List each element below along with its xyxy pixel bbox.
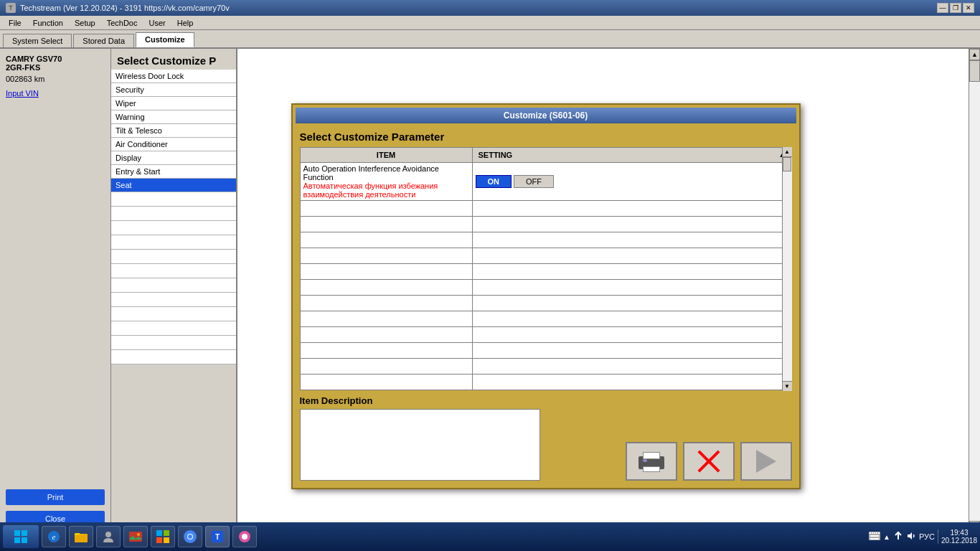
- svg-rect-13: [164, 537, 169, 543]
- up-arrow-icon: ▲: [883, 533, 890, 541]
- scroll-up-button[interactable]: ▲: [783, 147, 792, 157]
- tab-system-select[interactable]: System Select: [3, 34, 72, 47]
- title-bar: T Techstream (Ver 12.20.024) - 3191 http…: [0, 0, 980, 16]
- taskbar-ie[interactable]: e: [42, 526, 66, 547]
- svg-point-16: [188, 534, 192, 539]
- list-item-wireless-door-lock[interactable]: Wireless Door Lock: [111, 70, 236, 83]
- list-panel-title: Select Customize P: [111, 49, 236, 70]
- empty-param-row-8: [300, 311, 791, 327]
- svg-point-20: [242, 534, 248, 540]
- taskbar-photos[interactable]: [123, 526, 148, 547]
- input-vin-link[interactable]: Input VIN: [6, 89, 105, 98]
- param-item-name: Auto Operation Interference Avoidance Fu…: [303, 164, 469, 182]
- taskbar-store[interactable]: [151, 526, 175, 547]
- empty-param-row-4: [300, 248, 791, 264]
- taskbar-time: 19:43 20.12.2018: [941, 529, 977, 545]
- col-header-item: ITEM: [300, 148, 472, 163]
- print-icon: [639, 451, 664, 472]
- svg-text:T: T: [215, 533, 220, 541]
- car-variant: 2GR-FKS: [6, 63, 105, 72]
- next-action-button[interactable]: [740, 442, 792, 481]
- empty-param-row-6: [300, 280, 791, 296]
- taskbar-techstream[interactable]: T: [205, 526, 230, 547]
- taskbar-separator: [938, 529, 938, 544]
- right-scroll-up[interactable]: ▲: [969, 49, 980, 60]
- param-item-russian: Автоматическая функция избежания взаимод…: [303, 182, 469, 199]
- empty-param-row-7: [300, 296, 791, 311]
- close-button[interactable]: ✕: [963, 3, 974, 13]
- empty-param-row-10: [300, 343, 791, 359]
- windows-logo-icon: [14, 529, 28, 544]
- svg-rect-22: [870, 532, 871, 534]
- svg-rect-24: [874, 532, 875, 534]
- next-arrow-icon: [756, 450, 776, 473]
- param-item-1: Auto Operation Interference Avoidance Fu…: [300, 163, 472, 201]
- car-km: 002863 km: [6, 75, 105, 83]
- svg-rect-12: [156, 537, 162, 543]
- taskbar-paint[interactable]: [232, 526, 257, 547]
- network-icon: [893, 531, 903, 542]
- cancel-x-icon: [694, 447, 723, 476]
- minimize-button[interactable]: —: [937, 3, 948, 13]
- empty-param-row-11: [300, 359, 791, 375]
- modal-section-title: Select Customize Parameter: [300, 131, 792, 143]
- menu-user[interactable]: User: [143, 17, 171, 29]
- title-bar-controls: — ❐ ✕: [937, 3, 974, 13]
- scroll-down-button[interactable]: ▼: [783, 381, 792, 391]
- menu-file[interactable]: File: [3, 17, 27, 29]
- param-table: ITEM SETTING ▲: [300, 147, 792, 390]
- menu-techdoc[interactable]: TechDoc: [101, 17, 143, 29]
- param-setting-1: ON OFF: [472, 163, 791, 201]
- language-indicator: РУС: [919, 532, 935, 541]
- svg-rect-25: [876, 532, 877, 534]
- right-scroll-thumb[interactable]: [969, 60, 980, 82]
- svg-rect-1: [22, 530, 27, 536]
- svg-rect-23: [872, 532, 873, 534]
- svg-rect-28: [870, 538, 879, 540]
- description-textarea[interactable]: [300, 409, 540, 481]
- svg-point-9: [137, 533, 140, 536]
- setting-header-label: SETTING: [479, 151, 513, 159]
- taskbar-folder[interactable]: [69, 526, 93, 547]
- taskbar-chrome[interactable]: [178, 526, 202, 547]
- list-item-security[interactable]: Security: [111, 83, 236, 97]
- scroll-thumb[interactable]: [783, 157, 791, 171]
- taskbar-right: ▲ РУС 19:43 20.12.2018: [869, 529, 977, 545]
- table-scrollbar: ▲ ▼: [782, 147, 792, 391]
- setting-on-button[interactable]: ON: [476, 175, 512, 188]
- network-svg-icon: [893, 531, 903, 541]
- svg-rect-11: [164, 530, 169, 536]
- start-button[interactable]: [3, 525, 39, 548]
- nav-tabs: System Select Stored Data Customize: [0, 30, 980, 49]
- chrome-icon: [183, 529, 197, 544]
- tab-stored-data[interactable]: Stored Data: [73, 34, 134, 47]
- sidebar: CAMRY GSV70 2GR-FKS 002863 km Input VIN …: [0, 49, 111, 532]
- param-row-1: Auto Operation Interference Avoidance Fu…: [300, 163, 791, 201]
- print-action-button[interactable]: [626, 442, 677, 481]
- print-button[interactable]: Print: [6, 489, 105, 505]
- svg-rect-8: [129, 532, 142, 542]
- tab-customize[interactable]: Customize: [136, 32, 194, 47]
- svg-rect-10: [156, 530, 162, 536]
- svg-rect-0: [14, 530, 20, 536]
- menu-function[interactable]: Function: [27, 17, 69, 29]
- window-title: Techstream (Ver 12.20.024) - 3191 https:…: [20, 4, 230, 12]
- menu-help[interactable]: Help: [171, 17, 199, 29]
- cancel-action-button[interactable]: [683, 442, 735, 481]
- empty-param-row-3: [300, 232, 791, 248]
- svg-point-7: [105, 532, 111, 537]
- col-header-setting: SETTING ▲: [472, 148, 791, 163]
- folder-icon: [74, 529, 88, 544]
- taskbar-app3[interactable]: [96, 526, 121, 547]
- menu-bar: File Function Setup TechDoc User Help: [0, 16, 980, 30]
- empty-param-row-5: [300, 264, 791, 280]
- taskbar: e: [0, 522, 980, 551]
- svg-text:e: e: [52, 532, 56, 541]
- setting-off-button[interactable]: OFF: [514, 175, 554, 188]
- modal-content: Select Customize Parameter ITEM SETTING: [296, 126, 796, 485]
- restore-button[interactable]: ❐: [950, 3, 961, 13]
- sidebar-buttons: Print Close: [6, 489, 105, 527]
- menu-setup[interactable]: Setup: [69, 17, 101, 29]
- scroll-track: [783, 157, 792, 381]
- car-info: CAMRY GSV70 2GR-FKS 002863 km Input VIN: [6, 55, 105, 98]
